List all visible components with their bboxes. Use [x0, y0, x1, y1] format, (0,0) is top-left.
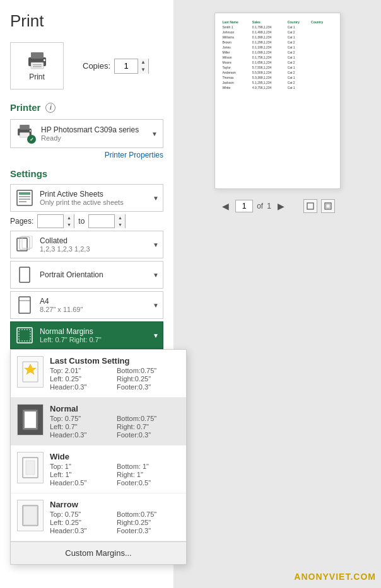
svg-rect-14 — [19, 201, 26, 202]
copies-spin-up[interactable]: ▲ — [138, 59, 148, 66]
printer-ready-badge: ✓ — [27, 135, 36, 144]
current-page-input[interactable] — [235, 200, 253, 212]
svg-rect-3 — [33, 64, 42, 66]
margin-view-icon — [324, 202, 332, 210]
prev-page-button[interactable]: ◀ — [220, 200, 232, 212]
last-custom-name: Last Custom Setting — [50, 356, 180, 366]
wide-margins-details: Top: 1" Bottom: 1" Left: 1" Right: 1" He… — [50, 463, 180, 487]
print-button[interactable]: Print — [10, 42, 64, 89]
info-icon[interactable]: i — [45, 103, 56, 113]
svg-rect-1 — [31, 52, 44, 59]
normal-margins-details: Top: 0.75" Bottom:0.75" Left: 0.7" Right… — [50, 415, 180, 439]
settings-section-title: Settings — [10, 168, 163, 179]
last-custom-details: Top: 2.01" Bottom:0.75" Left: 0.25" Righ… — [50, 367, 180, 391]
orientation-icon — [15, 265, 35, 285]
margins-setting[interactable]: Normal Margins Left: 0.7" Right: 0.7" ▼ — [10, 321, 163, 349]
paper-arrow: ▼ — [153, 302, 159, 309]
next-page-button[interactable]: ▶ — [275, 200, 287, 212]
pages-from-spin-down[interactable]: ▼ — [64, 221, 74, 228]
print-btn-label: Print — [29, 72, 45, 81]
dropdown-item-narrow[interactable]: Narrow Top: 0.75" Bottom:0.75" Left: 0.2… — [11, 493, 186, 541]
pages-to-input[interactable] — [89, 215, 114, 228]
printer-select-row[interactable]: ✓ HP Photosmart C309a series Ready ▼ — [10, 119, 163, 148]
preview-content: Last Name Sales Country Country Smith 10… — [221, 20, 334, 182]
printer-section-title: Printer i — [10, 102, 163, 113]
dropdown-item-normal[interactable]: Normal Top: 0.75" Bottom:0.75" Left: 0.7… — [11, 398, 186, 446]
pages-from-spin-up[interactable]: ▲ — [64, 214, 74, 221]
page-view-icon — [307, 202, 314, 210]
watermark: ANONYVIET.COM — [294, 572, 376, 582]
printer-icon — [26, 51, 49, 70]
pages-label: Pages: — [10, 217, 33, 226]
page-of-label: of — [257, 202, 263, 210]
pages-to-spin-down[interactable]: ▼ — [115, 221, 125, 228]
print-scope-main: Print Active Sheets — [40, 190, 150, 199]
svg-rect-32 — [325, 203, 331, 209]
svg-rect-21 — [17, 328, 32, 343]
svg-rect-19 — [19, 297, 30, 313]
copies-input-wrap: ▲ ▼ — [114, 59, 149, 74]
normal-margins-name: Normal — [50, 404, 180, 413]
copies-spinners: ▲ ▼ — [138, 59, 148, 74]
margins-sub: Left: 0.7" Right: 0.7" — [40, 336, 150, 343]
svg-rect-28 — [26, 461, 35, 475]
page-view-button[interactable] — [303, 199, 317, 213]
margins-arrow: ▼ — [153, 332, 159, 339]
orientation-arrow: ▼ — [153, 272, 159, 279]
view-icons — [303, 199, 335, 213]
margins-dropdown: Last Custom Setting Top: 2.01" Bottom:0.… — [10, 349, 187, 565]
copies-spin-down[interactable]: ▼ — [138, 66, 148, 74]
pages-row: Pages: ▲ ▼ to ▲ ▼ — [10, 214, 163, 228]
preview-table: Last Name Sales Country Country Smith 10… — [221, 20, 334, 90]
pages-from-input[interactable] — [38, 215, 63, 228]
pages-from-spinners: ▲ ▼ — [63, 214, 74, 228]
last-custom-icon — [17, 356, 44, 388]
orientation-main: Portrait Orientation — [40, 270, 150, 279]
dropdown-item-last-custom[interactable]: Last Custom Setting Top: 2.01" Bottom:0.… — [11, 350, 186, 398]
print-scope-setting[interactable]: Print Active Sheets Only print the activ… — [10, 184, 163, 212]
copies-label: Copies: — [83, 61, 110, 71]
copies-input[interactable] — [115, 59, 138, 73]
svg-rect-33 — [326, 204, 330, 208]
normal-margins-icon — [17, 404, 44, 435]
svg-rect-12 — [19, 196, 30, 197]
copies-row: Print Copies: ▲ ▼ — [10, 42, 163, 89]
svg-rect-16 — [20, 237, 30, 250]
collation-main: Collated — [40, 236, 150, 245]
svg-rect-22 — [19, 330, 30, 341]
svg-rect-5 — [44, 59, 45, 61]
collation-arrow: ▼ — [153, 241, 159, 248]
wide-margins-name: Wide — [50, 452, 180, 461]
paper-sub: 8.27" x 11.69" — [40, 306, 150, 313]
pages-to-spin-up[interactable]: ▲ — [115, 214, 125, 221]
custom-margins-button[interactable]: Custom Margins... — [11, 541, 186, 564]
print-scope-arrow: ▼ — [153, 195, 159, 202]
svg-marker-24 — [25, 364, 36, 374]
margins-setting-container: Normal Margins Left: 0.7" Right: 0.7" ▼ — [10, 321, 163, 349]
svg-rect-31 — [307, 203, 314, 209]
print-preview: Last Name Sales Country Country Smith 10… — [214, 13, 341, 189]
svg-rect-30 — [24, 507, 37, 525]
wide-margins-icon — [17, 452, 44, 483]
orientation-setting[interactable]: Portrait Orientation ▼ — [10, 261, 163, 289]
narrow-margins-icon — [17, 500, 44, 531]
right-panel: Last Name Sales Country Country Smith 10… — [173, 0, 381, 588]
margin-view-button[interactable] — [321, 199, 335, 213]
svg-rect-13 — [19, 199, 30, 200]
margins-icon — [15, 325, 35, 345]
left-panel: Print Print Copies: ▲ — [0, 0, 173, 588]
svg-rect-26 — [25, 412, 36, 428]
print-scope-sub: Only print the active sheets — [40, 199, 150, 206]
page-nav: ◀ of 1 ▶ — [220, 199, 335, 213]
collation-setting[interactable]: Collated 1,2,3 1,2,3 1,2,3 ▼ — [10, 231, 163, 258]
printer-properties-link[interactable]: Printer Properties — [10, 151, 163, 159]
pages-from-wrap: ▲ ▼ — [37, 214, 74, 228]
pages-to-spinners: ▲ ▼ — [114, 214, 125, 228]
printer-status: Ready — [41, 134, 149, 142]
paper-setting[interactable]: A4 8.27" x 11.69" ▼ — [10, 291, 163, 319]
printer-icon-wrap: ✓ — [16, 124, 36, 144]
collation-sub: 1,2,3 1,2,3 1,2,3 — [40, 245, 150, 253]
dropdown-item-wide[interactable]: Wide Top: 1" Bottom: 1" Left: 1" Right: … — [11, 446, 186, 493]
print-scope-icon — [15, 188, 35, 208]
collation-icon — [15, 234, 35, 255]
